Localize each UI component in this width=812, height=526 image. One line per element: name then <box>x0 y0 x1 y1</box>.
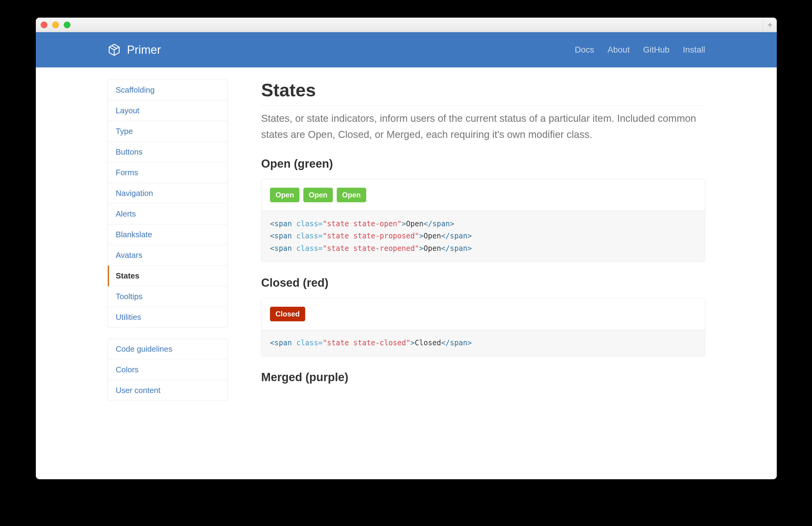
sidebar-item-avatars[interactable]: Avatars <box>108 245 228 266</box>
example-open-code: <span class="state state-open">Open</spa… <box>261 211 705 262</box>
example-closed-render: Closed <box>261 298 705 330</box>
example-closed-code: <span class="state state-closed">Closed<… <box>261 330 705 356</box>
nav-github[interactable]: GitHub <box>643 45 670 55</box>
page-content: Scaffolding Layout Type Buttons Forms Na… <box>36 68 777 412</box>
nav-about[interactable]: About <box>608 45 630 55</box>
site-header: Primer Docs About GitHub Install <box>36 32 777 68</box>
brand-text: Primer <box>127 43 161 57</box>
sidebar-item-code-guidelines[interactable]: Code guidelines <box>108 339 228 360</box>
sidebar-item-states[interactable]: States <box>108 266 228 287</box>
close-window-button[interactable] <box>41 21 47 28</box>
nav-docs[interactable]: Docs <box>575 45 594 55</box>
example-open: Open Open Open <span class="state state-… <box>261 179 705 262</box>
example-closed: Closed <span class="state state-closed">… <box>261 298 705 356</box>
sidebar-item-utilities[interactable]: Utilities <box>108 307 228 327</box>
maximize-window-button[interactable] <box>64 21 70 28</box>
page-title: States <box>261 79 705 106</box>
minimize-window-button[interactable] <box>52 21 59 28</box>
section-heading-open: Open (green) <box>261 157 705 170</box>
sidebar-item-user-content[interactable]: User content <box>108 380 228 400</box>
state-badge-proposed: Open <box>303 188 333 202</box>
sidebar-item-alerts[interactable]: Alerts <box>108 204 228 224</box>
traffic-lights <box>41 21 70 28</box>
window-titlebar: + <box>36 18 777 32</box>
new-tab-button[interactable]: + <box>763 18 777 32</box>
sidebar-item-blankslate[interactable]: Blankslate <box>108 224 228 245</box>
sidebar-menu-primary: Scaffolding Layout Type Buttons Forms Na… <box>107 79 228 328</box>
browser-window: + Primer Docs About GitHub Install Scaff… <box>36 18 777 479</box>
sidebar-item-scaffolding[interactable]: Scaffolding <box>108 80 228 101</box>
sidebar-item-layout[interactable]: Layout <box>108 101 228 121</box>
package-icon <box>107 43 121 57</box>
section-heading-merged: Merged (purple) <box>261 371 705 384</box>
sidebar-menu-secondary: Code guidelines Colors User content <box>107 339 228 401</box>
sidebar: Scaffolding Layout Type Buttons Forms Na… <box>107 79 228 412</box>
sidebar-item-forms[interactable]: Forms <box>108 162 228 183</box>
brand[interactable]: Primer <box>107 43 161 57</box>
sidebar-item-tooltips[interactable]: Tooltips <box>108 287 228 307</box>
sidebar-item-type[interactable]: Type <box>108 121 228 142</box>
sidebar-item-navigation[interactable]: Navigation <box>108 183 228 204</box>
nav-install[interactable]: Install <box>683 45 705 55</box>
state-badge-reopened: Open <box>337 188 366 202</box>
example-open-render: Open Open Open <box>261 179 705 211</box>
section-heading-closed: Closed (red) <box>261 276 705 289</box>
state-badge-open: Open <box>270 188 300 202</box>
state-badge-closed: Closed <box>270 307 305 321</box>
page-lead: States, or state indicators, inform user… <box>261 111 705 143</box>
main-content: States States, or state indicators, info… <box>261 79 705 412</box>
sidebar-item-buttons[interactable]: Buttons <box>108 142 228 162</box>
sidebar-item-colors[interactable]: Colors <box>108 360 228 380</box>
top-nav: Docs About GitHub Install <box>575 45 705 55</box>
